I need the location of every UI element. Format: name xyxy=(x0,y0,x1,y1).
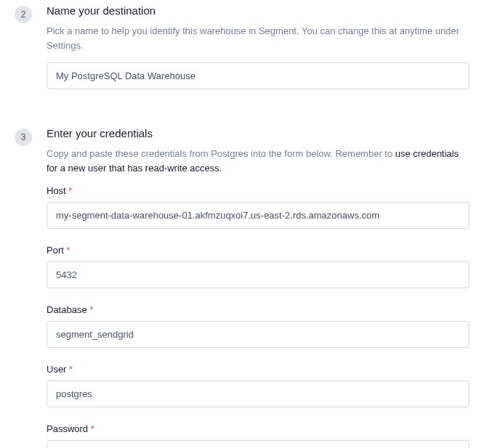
step-2-content: Name your destination Pick a name to hel… xyxy=(47,4,469,105)
required-indicator: * xyxy=(68,185,72,196)
user-label-text: User xyxy=(47,364,66,375)
port-label-text: Port xyxy=(47,245,64,256)
step-3-description-text: Copy and paste these credentials from Po… xyxy=(47,148,395,159)
port-label: Port * xyxy=(47,245,469,256)
host-input[interactable] xyxy=(47,202,469,229)
step-3-content: Enter your credentials Copy and paste th… xyxy=(47,127,469,448)
user-group: User * xyxy=(47,364,469,407)
required-indicator: * xyxy=(91,423,94,434)
host-label-text: Host xyxy=(47,185,66,196)
user-input[interactable] xyxy=(47,380,469,407)
host-label: Host * xyxy=(47,185,469,196)
user-label: User * xyxy=(47,364,469,375)
port-group: Port * xyxy=(47,245,469,288)
database-label-text: Database xyxy=(47,304,87,315)
password-label-text: Password xyxy=(47,423,88,434)
step-3-title: Enter your credentials xyxy=(47,127,469,139)
step-number-badge: 3 xyxy=(15,129,32,146)
database-label: Database * xyxy=(47,304,469,315)
destination-name-input[interactable] xyxy=(47,62,469,89)
step-2-description: Pick a name to help you identify this wa… xyxy=(47,24,469,52)
step-3-description: Copy and paste these credentials from Po… xyxy=(47,147,469,175)
database-group: Database * xyxy=(47,304,469,348)
step-3-section: 3 Enter your credentials Copy and paste … xyxy=(0,127,484,448)
required-indicator: * xyxy=(89,304,93,315)
required-indicator: * xyxy=(66,245,70,256)
step-2-title: Name your destination xyxy=(47,4,469,17)
step-number-badge: 2 xyxy=(15,6,32,23)
password-label: Password * xyxy=(47,423,469,434)
host-group: Host * xyxy=(47,185,469,229)
database-input[interactable] xyxy=(47,321,469,348)
destination-name-group xyxy=(47,62,469,89)
port-input[interactable] xyxy=(47,261,469,288)
password-group: Password * xyxy=(47,423,469,448)
required-indicator: * xyxy=(69,364,73,375)
step-2-section: 2 Name your destination Pick a name to h… xyxy=(0,4,484,105)
password-input[interactable] xyxy=(47,440,469,448)
